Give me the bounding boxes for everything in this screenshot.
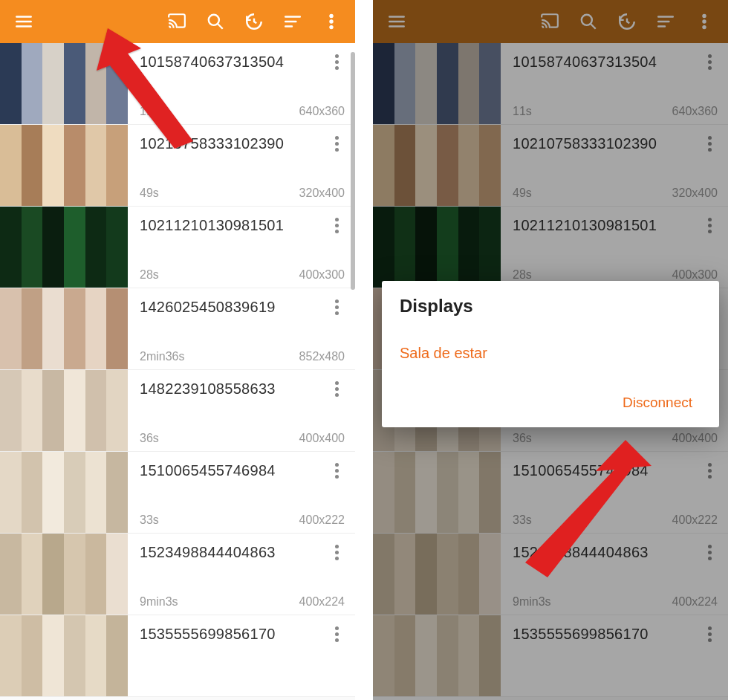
item-overflow-icon[interactable] (325, 459, 348, 482)
item-overflow-icon[interactable] (698, 459, 721, 482)
item-overflow-icon[interactable] (325, 377, 348, 400)
search-icon[interactable] (198, 4, 233, 39)
video-thumbnail[interactable] (0, 534, 128, 615)
video-duration: 36s (513, 432, 532, 445)
video-thumbnail[interactable] (0, 452, 128, 533)
video-item[interactable]: 151006545574698433s400x222 (373, 452, 728, 534)
video-meta: 36s400x400 (513, 432, 718, 445)
item-overflow-icon[interactable] (698, 51, 721, 73)
video-item[interactable]: 1021121013098150128s400x300 (0, 207, 355, 288)
video-item[interactable]: 1535555699856170 (0, 615, 355, 697)
video-thumbnail[interactable] (373, 452, 501, 533)
displays-dialog: Displays Sala de estar Disconnect (382, 281, 719, 427)
video-thumbnail[interactable] (373, 615, 501, 696)
video-title: 10211210130981501 (140, 217, 345, 234)
video-item[interactable]: 15234988444048639min3s400x224 (0, 534, 355, 615)
video-thumbnail[interactable] (373, 207, 501, 288)
video-resolution: 320x400 (299, 187, 345, 200)
menu-icon[interactable] (6, 4, 42, 39)
phone-screenshot-right: 1015874063731350411s640x3601021075833310… (373, 0, 728, 700)
video-title: 1510065455746984 (140, 462, 345, 479)
disconnect-button[interactable]: Disconnect (614, 389, 701, 417)
app-toolbar (0, 0, 355, 43)
video-item[interactable]: 148223910855863336s400x400 (0, 370, 355, 452)
video-thumbnail[interactable] (0, 207, 128, 288)
video-item[interactable]: 1015874063731350411s640x360 (373, 43, 728, 125)
video-resolution: 400x222 (299, 513, 345, 527)
video-info: 1015874063731350411s640x360 (128, 43, 355, 124)
sort-icon[interactable] (275, 4, 311, 39)
video-title: 1535555699856170 (140, 626, 345, 643)
video-resolution: 400x222 (672, 513, 718, 527)
video-item[interactable]: 15234988444048639min3s400x224 (373, 534, 728, 615)
cast-icon[interactable] (532, 4, 568, 39)
video-thumbnail[interactable] (0, 370, 128, 451)
dialog-actions: Disconnect (400, 389, 701, 417)
video-meta: 49s320x400 (140, 187, 345, 200)
video-item[interactable]: 1015874063731350411s640x360 (0, 43, 355, 125)
video-info: 151006545574698433s400x222 (501, 452, 728, 533)
item-overflow-icon[interactable] (698, 541, 721, 563)
video-info: 14260254508396192min36s852x480 (128, 288, 355, 369)
video-title: 1510065455746984 (513, 462, 718, 479)
item-overflow-icon[interactable] (325, 132, 348, 155)
item-overflow-icon[interactable] (698, 214, 721, 236)
phone-screenshot-left: 1015874063731350411s640x3601021075833310… (0, 0, 355, 700)
video-resolution: 400x300 (299, 268, 345, 282)
video-info: 15234988444048639min3s400x224 (501, 534, 728, 615)
video-meta: 11s640x360 (140, 105, 345, 118)
video-list: 1015874063731350411s640x3601021075833310… (0, 43, 355, 697)
video-info: 1021121013098150128s400x300 (128, 207, 355, 288)
video-meta: 2min36s852x480 (140, 350, 345, 363)
sort-icon[interactable] (648, 4, 683, 39)
video-resolution: 852x480 (299, 350, 345, 363)
video-duration: 28s (513, 268, 532, 282)
video-thumbnail[interactable] (0, 615, 128, 696)
video-resolution: 400x400 (299, 432, 345, 445)
video-info: 148223910855863336s400x400 (128, 370, 355, 451)
item-overflow-icon[interactable] (698, 132, 721, 155)
cast-device-item[interactable]: Sala de estar (400, 339, 701, 368)
item-overflow-icon[interactable] (325, 51, 348, 73)
menu-icon[interactable] (379, 4, 415, 39)
item-overflow-icon[interactable] (325, 214, 348, 236)
video-info: 1021121013098150128s400x300 (501, 207, 728, 288)
svg-point-3 (330, 25, 333, 28)
video-title: 10158740637313504 (140, 54, 345, 71)
overflow-icon[interactable] (313, 4, 349, 39)
video-title: 10158740637313504 (513, 54, 718, 71)
overflow-icon[interactable] (686, 4, 722, 39)
video-thumbnail[interactable] (0, 125, 128, 206)
cast-icon[interactable] (159, 4, 195, 39)
video-info: 1021075833310239049s320x400 (501, 125, 728, 206)
video-item[interactable]: 151006545574698433s400x222 (0, 452, 355, 534)
search-icon[interactable] (571, 4, 606, 39)
video-item[interactable]: 14260254508396192min36s852x480 (0, 288, 355, 370)
video-meta: 28s400x300 (513, 268, 718, 282)
video-thumbnail[interactable] (0, 43, 128, 124)
video-meta: 36s400x400 (140, 432, 345, 445)
video-thumbnail[interactable] (373, 125, 501, 206)
video-info: 151006545574698433s400x222 (128, 452, 355, 533)
video-duration: 28s (140, 268, 159, 282)
video-item[interactable]: 1021121013098150128s400x300 (373, 207, 728, 288)
item-overflow-icon[interactable] (325, 296, 348, 318)
scrollbar[interactable] (351, 52, 355, 290)
item-overflow-icon[interactable] (325, 541, 348, 563)
video-item[interactable]: 1021075833310239049s320x400 (373, 125, 728, 207)
video-title: 10211210130981501 (513, 217, 718, 234)
video-item[interactable]: 1535555699856170 (373, 615, 728, 697)
video-thumbnail[interactable] (373, 534, 501, 615)
svg-point-6 (703, 14, 706, 17)
dialog-title: Displays (400, 296, 701, 317)
video-thumbnail[interactable] (0, 288, 128, 369)
item-overflow-icon[interactable] (325, 623, 348, 645)
history-icon[interactable] (609, 4, 645, 39)
video-thumbnail[interactable] (373, 43, 501, 124)
video-item[interactable]: 1021075833310239049s320x400 (0, 125, 355, 207)
video-resolution: 400x224 (672, 595, 718, 609)
item-overflow-icon[interactable] (698, 623, 721, 645)
video-resolution: 640x360 (672, 105, 718, 118)
video-meta: 28s400x300 (140, 268, 345, 282)
history-icon[interactable] (236, 4, 272, 39)
